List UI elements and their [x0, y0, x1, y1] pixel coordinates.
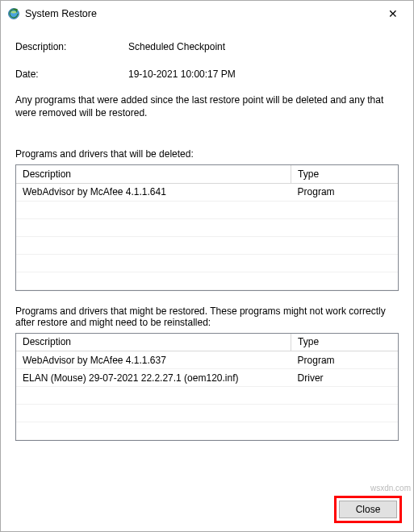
date-value: 19-10-2021 10:00:17 PM — [128, 69, 236, 80]
cell-type — [291, 387, 398, 405]
cell-type — [291, 201, 398, 218]
cell-type: Program — [291, 183, 398, 201]
table-row[interactable] — [16, 218, 398, 236]
close-icon: ✕ — [388, 7, 398, 20]
cell-desc — [16, 405, 291, 422]
description-value: Scheduled Checkpoint — [128, 41, 225, 52]
window-title: System Restore — [25, 8, 376, 19]
cell-type — [291, 405, 398, 422]
cell-desc: ELAN (Mouse) 29-07-2021 22.2.27.1 (oem12… — [16, 369, 291, 387]
deleted-section-label: Programs and drivers that will be delete… — [15, 148, 399, 160]
window-close-button[interactable]: ✕ — [376, 2, 410, 25]
table-row[interactable] — [16, 254, 398, 272]
cell-desc — [16, 236, 291, 254]
table-row[interactable] — [16, 387, 398, 405]
cell-type — [291, 236, 398, 254]
cell-desc — [16, 254, 291, 272]
table-row[interactable]: WebAdvisor by McAfee 4.1.1.637Program — [16, 351, 398, 369]
explain-text: Any programs that were added since the l… — [15, 94, 399, 119]
cell-type — [291, 218, 398, 236]
restored-col-type[interactable]: Type — [291, 334, 398, 351]
close-button[interactable]: Close — [339, 501, 397, 518]
date-row: Date: 19-10-2021 10:00:17 PM — [15, 69, 399, 80]
system-restore-window: System Restore ✕ Description: Scheduled … — [0, 0, 414, 532]
cell-desc — [16, 201, 291, 218]
restored-col-description[interactable]: Description — [16, 334, 291, 351]
description-row: Description: Scheduled Checkpoint — [15, 41, 399, 52]
table-row[interactable]: WebAdvisor by McAfee 4.1.1.641Program — [16, 183, 398, 201]
cell-desc: WebAdvisor by McAfee 4.1.1.637 — [16, 351, 291, 369]
table-row[interactable] — [16, 422, 398, 440]
deleted-table: Description Type WebAdvisor by McAfee 4.… — [15, 164, 399, 291]
footer: Close — [1, 488, 413, 531]
content-area: Description: Scheduled Checkpoint Date: … — [1, 27, 413, 488]
description-label: Description: — [15, 41, 128, 52]
table-row[interactable] — [16, 201, 398, 218]
cell-type: Program — [291, 351, 398, 369]
close-button-highlight: Close — [334, 496, 402, 523]
cell-type — [291, 272, 398, 289]
table-row[interactable] — [16, 405, 398, 422]
cell-type — [291, 254, 398, 272]
cell-desc: WebAdvisor by McAfee 4.1.1.641 — [16, 183, 291, 201]
restored-section-label: Programs and drivers that might be resto… — [15, 305, 399, 328]
cell-type: Driver — [291, 369, 398, 387]
cell-desc — [16, 272, 291, 289]
cell-desc — [16, 387, 291, 405]
cell-type — [291, 422, 398, 440]
deleted-col-description[interactable]: Description — [16, 165, 291, 183]
cell-desc — [16, 422, 291, 440]
date-label: Date: — [15, 69, 128, 80]
system-restore-icon — [7, 7, 20, 20]
titlebar: System Restore ✕ — [1, 1, 413, 27]
table-row[interactable]: ELAN (Mouse) 29-07-2021 22.2.27.1 (oem12… — [16, 369, 398, 387]
cell-desc — [16, 218, 291, 236]
table-row[interactable] — [16, 272, 398, 289]
restored-table: Description Type WebAdvisor by McAfee 4.… — [15, 333, 399, 442]
table-row[interactable] — [16, 236, 398, 254]
deleted-col-type[interactable]: Type — [291, 165, 398, 183]
